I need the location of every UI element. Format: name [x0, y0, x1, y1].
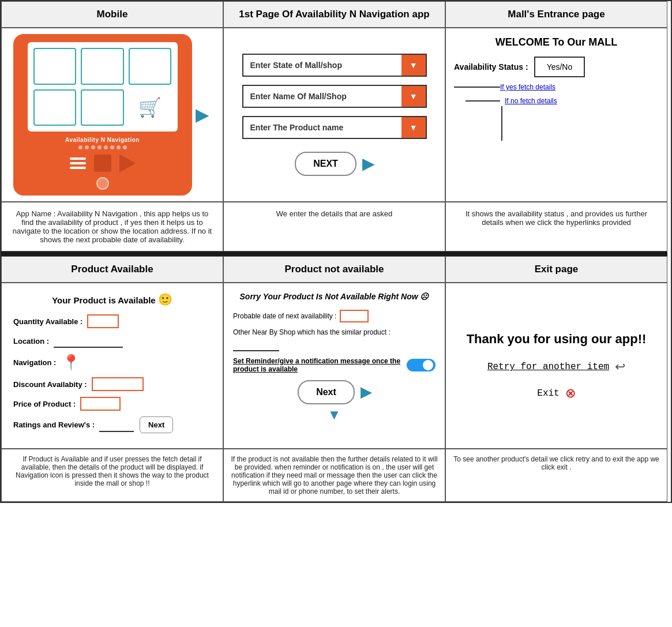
location-pin-icon[interactable]: 📍: [62, 354, 80, 371]
retry-row: Retry for another item ↩: [487, 359, 625, 374]
quantity-input[interactable]: [87, 314, 119, 328]
nearby-shop-label: Other Near By Shop which has the similar…: [233, 328, 391, 336]
exit-panel: Thank you for using our app!! Retry for …: [445, 283, 667, 449]
mall-title: WELCOME To Our MALL: [454, 36, 659, 48]
price-label: Price of Product :: [13, 400, 76, 408]
mall-description: It shows the availability status , and p…: [445, 202, 667, 251]
product-available-panel: Your Product is Available 🙂 Quantity Ava…: [1, 283, 223, 449]
exit-description: To see another product's detail we click…: [445, 449, 667, 502]
navigation-label: Navigation :: [13, 358, 56, 367]
ratings-input[interactable]: [99, 418, 134, 432]
discount-input[interactable]: [92, 377, 144, 391]
app-icon-2: [81, 48, 124, 85]
state-dropdown-arrow[interactable]: [401, 55, 426, 76]
product-unavailable-panel: Sorry Your Product Is Not Available Righ…: [223, 283, 445, 449]
product-available-description: If Product is Available and if user pres…: [1, 449, 223, 502]
product-available-title: Your Product is Available 🙂: [13, 292, 211, 306]
if-yes-row: If yes fetch details: [454, 83, 659, 91]
play-button[interactable]: [119, 154, 136, 172]
separator: [1, 251, 667, 256]
if-yes-link[interactable]: If yes fetch details: [500, 83, 555, 91]
product-unavailable-description: If the product is not available then the…: [223, 449, 445, 502]
probable-date-input[interactable]: [340, 310, 369, 322]
retry-icon[interactable]: ↩: [615, 359, 625, 374]
navigation-row: Navigation : 📍: [13, 354, 211, 371]
right-arrow-icon: ▶: [196, 106, 208, 125]
discount-label: Discount Availabity :: [13, 380, 87, 389]
price-input[interactable]: [80, 397, 121, 411]
product-dropdown-label: Enter The Product name: [243, 117, 401, 138]
nearby-shop-input[interactable]: [233, 340, 279, 351]
tablet-device: 🛒 Availability N Navigation: [13, 34, 192, 196]
app-icon-4: [33, 89, 77, 126]
no-horizontal-bar: [465, 100, 500, 102]
mall-links: If yes fetch details If no fetch details: [454, 83, 659, 141]
mall-dropdown-label: Enter Name Of Mall/Shop: [243, 86, 401, 107]
unavail-next-arrow-icon: ▶: [361, 384, 371, 400]
location-row: Location :: [13, 334, 211, 348]
state-dropdown[interactable]: Enter State of Mall/shop: [242, 54, 427, 77]
next-button-avail[interactable]: Next: [140, 416, 173, 433]
reminder-row: Set Reminder/give a notification message…: [233, 357, 436, 373]
toggle-knob: [423, 360, 433, 370]
quantity-row: Quantity Available :: [13, 314, 211, 328]
app-icon-5: [81, 89, 124, 126]
header-mall: Mall's Entrance page: [445, 1, 667, 28]
price-row: Price of Product :: [13, 397, 211, 411]
probable-date-row: Probable date of next availability :: [233, 310, 436, 322]
stop-button[interactable]: [94, 155, 111, 172]
exit-row: Exit ⊗: [537, 386, 575, 401]
mobile-panel: 🛒 Availability N Navigation: [1, 28, 223, 202]
mall-dropdown-arrow[interactable]: [401, 86, 426, 107]
tablet-controls: [70, 154, 136, 172]
close-circle-icon[interactable]: ⊗: [565, 386, 576, 401]
next-row: NEXT ▶: [295, 152, 374, 176]
nearby-shop-row: Other Near By Shop which has the similar…: [233, 328, 436, 351]
home-button[interactable]: [96, 177, 109, 190]
happy-smiley-icon: 🙂: [158, 293, 172, 306]
reminder-toggle[interactable]: [407, 359, 436, 371]
app-label: Availability N Navigation: [65, 137, 140, 143]
vertical-bar: [501, 106, 502, 141]
header-product-available: Product Available: [1, 256, 223, 283]
next-button[interactable]: NEXT: [295, 152, 356, 176]
header-first-page: 1st Page Of Availability N Navigation ap…: [223, 1, 445, 28]
vertical-bar-container: [501, 106, 659, 141]
thank-you-text: Thank you for using our app!!: [467, 331, 647, 348]
availability-box[interactable]: Yes/No: [534, 57, 585, 77]
header-product-unavailable: Product not available: [223, 256, 445, 283]
mall-dropdown[interactable]: Enter Name Of Mall/Shop: [242, 85, 427, 108]
if-no-link[interactable]: If no fetch details: [505, 97, 557, 105]
cart-icon-box: 🛒: [129, 89, 172, 126]
retry-label[interactable]: Retry for another item: [487, 362, 609, 372]
state-dropdown-label: Enter State of Mall/shop: [243, 55, 401, 76]
availability-label: Availability Status :: [454, 62, 528, 72]
menu-icon: [70, 157, 86, 169]
probable-date-label: Probable date of next availability :: [233, 312, 336, 320]
location-input[interactable]: [54, 334, 123, 348]
product-dropdown[interactable]: Enter The Product name: [242, 116, 427, 139]
discount-row: Discount Availabity :: [13, 377, 211, 391]
tablet-screen: 🛒: [28, 42, 178, 132]
mall-entrance-panel: WELCOME To Our MALL Availability Status …: [445, 28, 667, 202]
shopping-cart-icon: 🛒: [138, 96, 162, 118]
unavailable-title: Sorry Your Product Is Not Available Righ…: [233, 291, 436, 303]
app-icon-3: [129, 48, 172, 85]
app-icon-1: [33, 48, 77, 85]
yes-horizontal-bar: [454, 87, 500, 88]
pagination-dots: [78, 145, 127, 149]
unavail-next-row: Next ▶: [233, 380, 436, 404]
header-exit: Exit page: [445, 256, 667, 283]
if-no-row: If no fetch details: [454, 97, 659, 105]
next-button-unavail[interactable]: Next: [298, 380, 355, 404]
product-dropdown-arrow[interactable]: [401, 117, 426, 138]
first-page-panel: Enter State of Mall/shop Enter Name Of M…: [223, 28, 445, 202]
next-arrow-icon: ▶: [362, 155, 374, 173]
header-mobile: Mobile: [1, 1, 223, 28]
quantity-label: Quantity Available :: [13, 317, 82, 326]
availability-row: Availability Status : Yes/No: [454, 57, 659, 77]
unavail-down-arrow-icon: ▼: [328, 407, 341, 423]
exit-label[interactable]: Exit: [537, 388, 559, 399]
mobile-description: App Name : Availability N Navigation , t…: [1, 202, 223, 251]
first-page-description: We enter the details that are asked: [223, 202, 445, 251]
